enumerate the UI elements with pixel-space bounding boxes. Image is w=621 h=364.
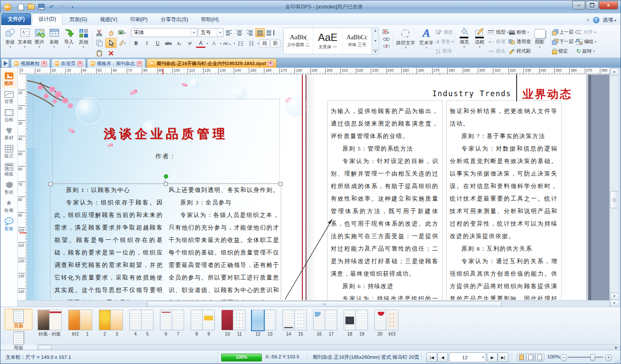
menu-tab-file[interactable]: 文件(F) (1, 13, 31, 25)
insert-other-button[interactable]: 5 其他▾ (76, 26, 91, 48)
scroll-right-button[interactable]: ▶ (615, 345, 618, 350)
bold-button[interactable]: B (131, 39, 141, 47)
page-thumbnail-spread[interactable]: 20封3 (374, 310, 398, 343)
page-thumbnail[interactable] (252, 310, 264, 330)
page-thumbnail-spread[interactable]: 23 (99, 310, 123, 343)
chevron-down-icon[interactable]: ▾ (233, 42, 235, 44)
sidebar-item-favorites[interactable]: ★ 收藏 (1, 198, 17, 215)
close-tab-icon[interactable]: ✕ (268, 61, 273, 66)
resize-handle-top-right[interactable] (279, 182, 282, 186)
undo-button[interactable]: ↶ (48, 3, 56, 11)
left-page-column-1[interactable]: 原则 1：以顾客为中心专家认为：组织依存于顾客。因此，组织应理解顾客当前的和未来… (54, 184, 163, 300)
qat-customize-button[interactable]: ▾ (69, 3, 76, 11)
page-thumbnail[interactable] (160, 310, 172, 330)
scroll-up-button[interactable]: ▲ (610, 68, 618, 75)
modify-button[interactable]: 修改 (436, 28, 453, 36)
transform-button[interactable]: A变形▾ (436, 38, 453, 46)
page-thumbnail-spread[interactable]: 1819 (344, 310, 368, 343)
line-type-button[interactable]: 线型▾ (487, 28, 508, 36)
sidebar-item-background[interactable]: 背景 (1, 89, 17, 106)
subscript-button[interactable]: x₂ (174, 39, 184, 47)
insert-textbox-button[interactable]: A 文本框▾ (18, 26, 32, 48)
delete-button[interactable] (105, 48, 116, 58)
zoom-out-button[interactable]: − (560, 354, 567, 361)
page-thumbnail[interactable] (264, 310, 276, 330)
new-document-button[interactable] (17, 3, 25, 11)
scroll-down-button[interactable]: ▼ (610, 293, 618, 300)
shadow-button[interactable]: 阴影▾ (531, 26, 549, 48)
close-button[interactable]: × (599, 1, 618, 9)
rotate-button[interactable]: ↻旋转▾ (576, 47, 596, 55)
close-tab-icon[interactable]: ✕ (137, 61, 142, 66)
chevron-down-icon[interactable]: ▾ (257, 42, 259, 44)
right-page-column-2[interactable]: 验证和分析结果，把更改纳入文件等活动。原则 7：基于事实的决策方法专家认为：对数… (450, 105, 558, 300)
scroll-page-button[interactable]: ▼ (610, 300, 618, 307)
resize-handle-top-left[interactable] (49, 182, 53, 186)
thumbnail-scrollbar[interactable]: ▶ (37, 344, 618, 350)
page-thumbnail[interactable] (356, 310, 368, 330)
superscript-button[interactable]: x² (185, 39, 195, 47)
arrow-head-button[interactable]: 箭头 (487, 47, 508, 55)
page-thumbnail[interactable] (386, 310, 398, 330)
page-thumbnail[interactable] (344, 310, 356, 330)
page-thumbnail[interactable] (282, 310, 295, 330)
left-page-column-2[interactable]: 风上还要做到透明、务实和以身作则。原则 3：全员参与专家认为：各级人员是组织之本… (169, 184, 279, 300)
pages-view-button[interactable]: 页面 (5, 309, 32, 330)
cut-button[interactable] (94, 28, 105, 38)
page-number-combo[interactable]: 12 ▾ (449, 352, 486, 362)
font-color-button[interactable]: A (196, 39, 206, 48)
path-text-button[interactable]: cade 路径文字▾ (394, 26, 417, 49)
align-objects-button[interactable]: 对齐▾ (576, 28, 596, 36)
design-canvas[interactable]: 浅谈企业品质管理 作者： 原则 1：以顾客为中心专家认为：组织依存于顾客。因此，… (27, 75, 609, 300)
right-page-column-1[interactable]: 为输入，提供给顾客的产品为输出，通过信息反馈来测定的顾客满意度，评价质量管理体系… (331, 105, 439, 300)
view-mode-single-button[interactable] (535, 353, 544, 361)
page-thumbnail[interactable] (99, 310, 111, 330)
insert-import-button[interactable]: 导入▾ (62, 26, 76, 48)
app-logo-icon[interactable]: DPS (4, 3, 11, 11)
sidebar-item-layout[interactable]: 版式 (1, 144, 17, 160)
menu-tab-print[interactable]: 印刷(P) (124, 14, 154, 25)
page-thumbnail[interactable] (191, 310, 203, 330)
gallery-more-button[interactable]: ▼ (373, 50, 378, 53)
link-frames-icon[interactable] (383, 37, 390, 41)
view-mode-edit-button[interactable] (517, 353, 526, 361)
zoom-in-button[interactable]: + (605, 354, 612, 361)
chevron-down-icon[interactable]: ▾ (207, 42, 208, 44)
previous-page-button[interactable]: ◀ (437, 352, 448, 362)
save-button[interactable] (38, 3, 45, 11)
zoom-slider-thumb[interactable] (590, 354, 595, 361)
sidebar-collapse-button[interactable]: ▐▶ (1, 59, 9, 68)
char-spacing-button[interactable]: AV↔ (222, 39, 232, 47)
pin-button[interactable]: ▾ (383, 29, 390, 35)
page-thumbnail-spread[interactable]: 封底 - 封面 (38, 310, 62, 343)
menu-tab-share-export[interactable]: 分享导出(S) (154, 14, 194, 25)
chevron-down-icon[interactable]: ▾ (220, 42, 222, 44)
gallery-up-button[interactable]: ▲ (373, 29, 378, 32)
ribbon-collapse-icon[interactable]: ˄ (587, 18, 590, 22)
section-header-english[interactable]: Industry Trends (417, 89, 511, 98)
close-tab-icon[interactable]: ✕ (41, 61, 47, 66)
line-weight-button[interactable]: 粗细▾ (508, 28, 531, 36)
scrollbar-thumb[interactable] (610, 191, 618, 208)
first-page-button[interactable]: |◀ (427, 352, 437, 362)
page-thumbnail-spread[interactable]: 1415 (282, 310, 307, 343)
highlight-color-button[interactable]: A (209, 39, 219, 47)
menu-tab-design[interactable]: 设计(D) (32, 13, 63, 25)
bring-forward-button[interactable]: 上一层▾ (552, 28, 577, 36)
unlink-frames-icon[interactable] (383, 44, 390, 49)
page-thumbnail[interactable] (111, 310, 123, 330)
insert-table-button[interactable]: 表格▾ (47, 26, 61, 48)
insert-picture-button[interactable]: + 图片▾ (32, 26, 47, 48)
send-backward-button[interactable]: 下一层▾ (552, 38, 577, 46)
page-thumbnail[interactable] (141, 310, 154, 330)
line-spacing-button[interactable] (236, 39, 246, 47)
page-thumbnail[interactable] (221, 310, 233, 330)
doc-tab-video-tutorial[interactable]: DPS 视频教程 ✕ (11, 59, 50, 68)
zoom-slider-track[interactable] (568, 357, 603, 358)
page-thumbnail[interactable] (313, 310, 325, 330)
page-thumbnail[interactable] (80, 310, 92, 330)
style-preset-3[interactable]: AaBbCc 宋体 三号 (342, 28, 372, 54)
page-thumbnail[interactable] (50, 310, 62, 330)
opacity-button[interactable]: 透明度 (508, 38, 531, 46)
underline-button[interactable]: U (153, 39, 163, 47)
